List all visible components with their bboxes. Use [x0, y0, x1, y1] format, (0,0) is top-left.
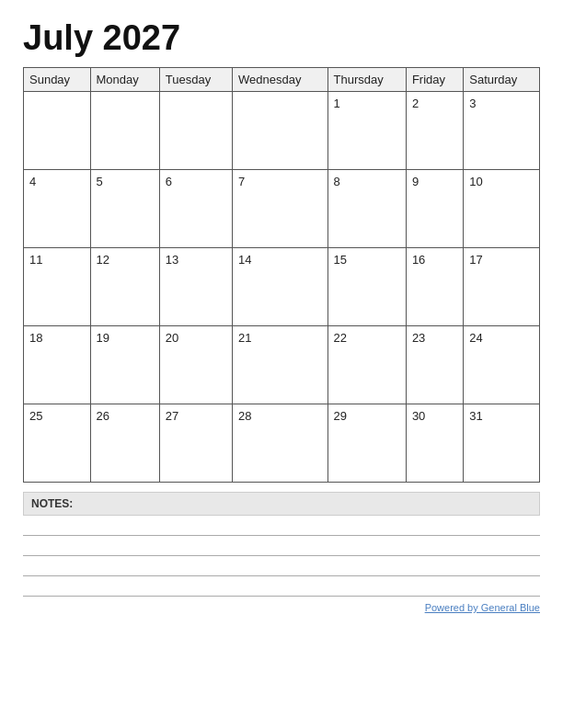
notes-line-3 [23, 556, 540, 576]
calendar-cell: 31 [464, 404, 540, 483]
calendar-cell: 8 [327, 170, 406, 248]
powered-by-link[interactable]: Powered by General Blue [425, 602, 540, 613]
calendar-week-row: 45678910 [24, 170, 540, 248]
calendar-cell: 19 [90, 326, 159, 404]
calendar-week-row: 11121314151617 [24, 248, 540, 326]
col-header-monday: Monday [90, 68, 159, 92]
calendar-cell [90, 92, 159, 170]
calendar-cell: 4 [24, 170, 91, 248]
col-header-saturday: Saturday [464, 68, 540, 92]
col-header-thursday: Thursday [327, 68, 406, 92]
calendar-cell: 10 [464, 170, 540, 248]
notes-line-4 [23, 576, 540, 597]
calendar-cell: 14 [233, 248, 327, 326]
calendar-cell: 7 [233, 170, 327, 248]
calendar-cell: 5 [90, 170, 159, 248]
col-header-wednesday: Wednesday [233, 68, 327, 92]
calendar-cell: 20 [159, 326, 232, 404]
calendar-week-row: 25262728293031 [24, 404, 540, 483]
calendar-cell: 18 [24, 326, 91, 404]
calendar-week-row: 123 [24, 92, 540, 170]
calendar-cell: 3 [464, 92, 540, 170]
calendar-cell: 12 [90, 248, 159, 326]
calendar-cell [24, 92, 91, 170]
notes-line-1 [23, 516, 540, 536]
calendar-cell: 30 [406, 404, 463, 483]
page-title: July 2027 [23, 18, 540, 58]
col-header-friday: Friday [406, 68, 463, 92]
calendar-cell: 6 [159, 170, 232, 248]
calendar-cell: 1 [327, 92, 406, 170]
calendar-cell: 11 [24, 248, 91, 326]
notes-line-2 [23, 536, 540, 556]
calendar-week-row: 18192021222324 [24, 326, 540, 404]
calendar-cell: 23 [406, 326, 463, 404]
calendar-cell [159, 92, 232, 170]
calendar-cell: 27 [159, 404, 232, 483]
calendar-cell: 17 [464, 248, 540, 326]
calendar-cell: 15 [327, 248, 406, 326]
calendar-cell: 2 [406, 92, 463, 170]
calendar-cell: 25 [24, 404, 91, 483]
calendar-cell: 28 [233, 404, 327, 483]
calendar-cell: 13 [159, 248, 232, 326]
calendar-cell: 21 [233, 326, 327, 404]
calendar-header-row: SundayMondayTuesdayWednesdayThursdayFrid… [24, 68, 540, 92]
calendar-cell: 16 [406, 248, 463, 326]
notes-section: NOTES: [23, 492, 540, 597]
calendar-cell: 26 [90, 404, 159, 483]
calendar-cell [233, 92, 327, 170]
powered-by: Powered by General Blue [23, 602, 540, 613]
calendar-table: SundayMondayTuesdayWednesdayThursdayFrid… [23, 67, 540, 483]
calendar-cell: 9 [406, 170, 463, 248]
col-header-sunday: Sunday [24, 68, 91, 92]
calendar-cell: 24 [464, 326, 540, 404]
calendar-cell: 29 [327, 404, 406, 483]
calendar-cell: 22 [327, 326, 406, 404]
col-header-tuesday: Tuesday [159, 68, 232, 92]
notes-label: NOTES: [23, 492, 540, 516]
